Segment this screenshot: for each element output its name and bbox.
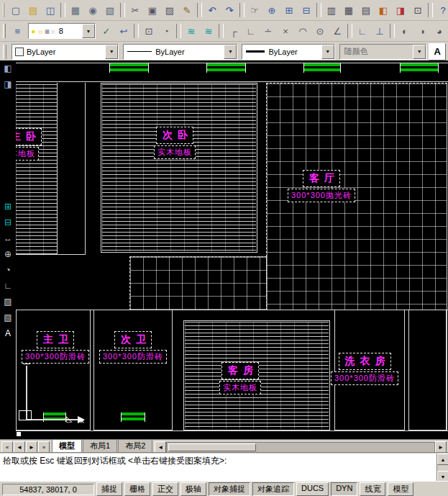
lock-open-icon[interactable]: ◙ [45, 27, 50, 35]
tool-palettes-icon[interactable]: ▤ [357, 1, 375, 19]
pan-hand-icon[interactable]: ↔ [0, 230, 16, 246]
horizontal-scrollbar[interactable]: ◄ ► [155, 442, 447, 452]
snap-endpoint-icon[interactable]: ∟ [242, 22, 260, 40]
layer-color-swatch[interactable]: ■ [51, 27, 55, 35]
distance-icon[interactable]: ∟ [0, 278, 16, 294]
layer-states-icon[interactable]: ≋ [183, 22, 200, 40]
ucs-world-icon[interactable]: ⊥ [371, 22, 388, 40]
toolbar-grip[interactable] [3, 24, 6, 38]
status-toggle-model[interactable]: 模型 [388, 482, 413, 496]
save-icon[interactable]: ◫ [42, 1, 59, 19]
status-toggle-osnap[interactable]: 对象捕捉 [209, 482, 250, 496]
snap-arc-icon[interactable]: ◠ [294, 22, 311, 40]
snap-from-icon[interactable]: ┌ [225, 22, 242, 40]
markup-manager-icon[interactable]: ◨ [392, 1, 409, 19]
layer-properties-icon[interactable]: ≡ [9, 22, 26, 40]
tab-scroll-next-button[interactable]: ► [26, 441, 37, 453]
sheetset-manager-icon[interactable]: ◧ [375, 1, 392, 19]
zoom-icon[interactable]: ⊕ [0, 246, 16, 262]
ucs-icon[interactable]: ∟ [354, 22, 371, 40]
room-material: 实木地板 [219, 381, 261, 394]
paste-icon[interactable]: ▨ [161, 1, 178, 19]
new-file-icon[interactable]: ▢ [7, 1, 24, 19]
snap-center-icon[interactable]: ⊙ [311, 22, 329, 40]
command-window[interactable]: 拾取或按 Esc 键返回到对话框或 <单击右键接受图案填充>: ▲ ▼ [0, 452, 448, 482]
designcenter-icon[interactable]: ▦ [340, 1, 357, 19]
dropdown-arrow-icon[interactable]: ▼ [105, 45, 118, 59]
dropdown-arrow-icon[interactable]: ▼ [82, 24, 95, 38]
lineweight-control-combo[interactable]: ByLayer ▼ [242, 44, 334, 60]
publish-icon[interactable]: ▧ [101, 1, 119, 19]
model-space-canvas[interactable]: 主卧 实木地板 次卧 实木地板 客厅 300*300抛光砖 主卫 300*300… [16, 60, 448, 439]
layer-previous-icon[interactable]: ↩ [115, 22, 132, 40]
tab-scroll-prev-button[interactable]: ◄ [14, 441, 25, 453]
snap-angle-icon[interactable]: ∠ [329, 22, 346, 40]
status-toggle-lwt[interactable]: 线宽 [360, 482, 385, 496]
open-file-icon[interactable]: ▤ [24, 1, 42, 19]
snap-intersection-icon[interactable]: × [277, 22, 294, 40]
linetype-control-combo[interactable]: ByLayer ▼ [123, 44, 237, 60]
plot-preview-icon[interactable]: ◉ [84, 1, 101, 19]
cut-icon[interactable]: ✂ [127, 1, 144, 19]
shade-hidden-icon[interactable]: ◕ [431, 22, 448, 40]
modify-erase-icon[interactable]: ◧ [0, 60, 16, 76]
scroll-left-icon[interactable]: ◄ [155, 441, 166, 453]
make-object-layer-current-icon[interactable]: ✓ [98, 22, 115, 40]
tab-scroll-last-button[interactable]: » [38, 441, 50, 453]
layer-control-combo[interactable]: ●☼◙■ 8 ▼ [28, 23, 96, 39]
view-states-icon[interactable]: ⊟ [0, 215, 16, 230]
tab-scroll-first-button[interactable]: « [1, 441, 13, 453]
undo-icon[interactable]: ↶ [204, 1, 221, 19]
status-toggle-snap[interactable]: 捕捉 [96, 482, 122, 496]
copy-icon[interactable]: ▣ [144, 1, 161, 19]
status-toggle-ducs[interactable]: DUCS [296, 482, 329, 496]
help-icon[interactable]: ? [434, 1, 448, 19]
snap-midpoint-icon[interactable]: ∸ [260, 22, 277, 40]
quickcalc-icon[interactable]: ⊡ [409, 1, 426, 19]
tab-model[interactable]: 模型 [52, 439, 82, 453]
toolbar-grip[interactable] [3, 45, 6, 59]
view-layers-icon[interactable]: ⊞ [0, 199, 16, 215]
status-toggle-ortho[interactable]: 正交 [152, 482, 178, 496]
status-toggle-otrack[interactable]: 对象追踪 [252, 482, 294, 496]
command-prompt[interactable]: 拾取或按 Esc 键返回到对话框或 <单击右键接受图案填充>: [0, 454, 436, 482]
text-tool-icon[interactable]: A [0, 325, 16, 341]
color-control-combo[interactable]: ByLayer ▼ [12, 44, 119, 60]
named-views-icon[interactable]: ⊡ [140, 22, 157, 40]
orbit-icon[interactable]: ◔ [0, 262, 16, 278]
standard-toolbar: ▢▤◫▦◉▧✂▣▨✎↶↷☞⊕⊞⊟▥▦▤◧◨⊡? [0, 0, 448, 21]
command-scrollbar[interactable]: ▲ ▼ [436, 454, 448, 482]
dropdown-arrow-icon[interactable]: ▼ [224, 45, 237, 59]
pan-icon[interactable]: ☞ [246, 1, 263, 19]
tab-layout2[interactable]: 布局2 [118, 439, 152, 453]
shade-gouraud-icon[interactable]: ◑ [413, 22, 431, 40]
bulb-on-icon[interactable]: ● [31, 27, 35, 35]
scrollbar-track[interactable] [166, 442, 435, 453]
status-toggle-grid[interactable]: 栅格 [124, 482, 150, 496]
tab-layout1[interactable]: 布局1 [83, 439, 117, 453]
shade-flat-icon[interactable]: ◐ [396, 22, 413, 40]
layer-toolbar-lead-icons: ≡ [9, 22, 26, 40]
redo-icon[interactable]: ↷ [221, 1, 238, 19]
status-toggle-polar[interactable]: 极轴 [180, 482, 206, 496]
modify-copy-icon[interactable]: ◨ [0, 76, 16, 92]
3d-orbit-icon[interactable]: ◔ [157, 22, 175, 40]
scroll-up-icon[interactable]: ▲ [437, 454, 448, 465]
zoom-window-icon[interactable]: ⊞ [280, 1, 298, 19]
properties-icon[interactable]: ▥ [323, 1, 340, 19]
zoom-realtime-icon[interactable]: ⊕ [263, 1, 280, 19]
status-toggle-dyn[interactable]: DYN [331, 482, 357, 496]
gradient-icon[interactable]: ▧ [0, 310, 16, 325]
match-properties-icon[interactable]: ✎ [178, 1, 196, 19]
scrollbar-thumb[interactable] [168, 443, 256, 451]
plot-icon[interactable]: ▦ [67, 1, 84, 19]
zoom-previous-icon[interactable]: ⊟ [298, 1, 315, 19]
wall-second-bedroom-box [101, 83, 257, 253]
text-style-button[interactable]: A [429, 43, 446, 60]
dropdown-arrow-icon[interactable]: ▼ [321, 45, 334, 59]
hatch-icon[interactable]: ▨ [0, 294, 16, 310]
sun-thaw-icon[interactable]: ☼ [37, 27, 43, 35]
layer-walk-icon[interactable]: ≋ [200, 22, 217, 40]
scroll-right-icon[interactable]: ► [435, 441, 447, 453]
toolbar-grip[interactable] [3, 3, 4, 17]
